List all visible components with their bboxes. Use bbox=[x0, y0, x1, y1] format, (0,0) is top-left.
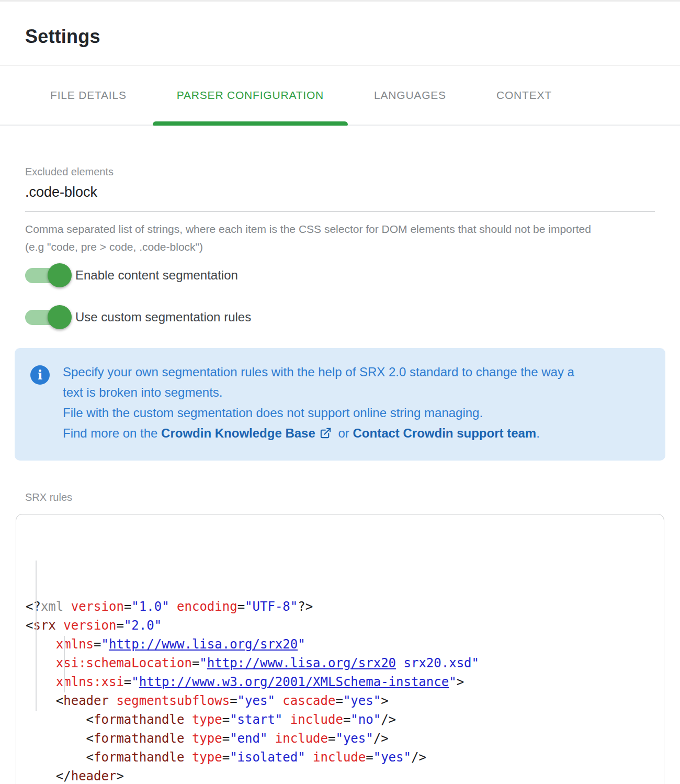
page-title: Settings bbox=[25, 26, 655, 48]
code-line: xmlns:xsi="http://www.w3.org/2001/XMLSch… bbox=[26, 673, 654, 691]
code-line: <formathandle type="isolated" include="y… bbox=[26, 748, 654, 767]
content-segmentation-label: Enable content segmentation bbox=[75, 268, 238, 283]
code-line: </header> bbox=[26, 767, 654, 784]
info-line-3: Find more on the Crowdin Knowledge Base … bbox=[63, 423, 650, 445]
custom-segmentation-toggle-row[interactable]: Use custom segmentation rules bbox=[25, 305, 655, 329]
excluded-elements-label: Excluded elements bbox=[25, 165, 655, 178]
srx-code: <?xml version="1.0" encoding="UTF-8"?><s… bbox=[26, 597, 654, 784]
toggle-knob bbox=[48, 305, 72, 329]
code-line: <header segmentsubflows="yes" cascade="y… bbox=[26, 691, 654, 710]
info-line-2: File with the custom segmentation does n… bbox=[63, 402, 650, 423]
indent-guide bbox=[64, 636, 65, 692]
custom-segmentation-label: Use custom segmentation rules bbox=[75, 310, 251, 324]
contact-support-link[interactable]: Contact Crowdin support team bbox=[353, 426, 537, 440]
excluded-elements-help: Comma separated list of strings, where e… bbox=[25, 220, 593, 256]
code-line: xmlns="http://www.lisa.org/srx20" bbox=[26, 635, 654, 654]
tab-languages[interactable]: LANGUAGES bbox=[350, 66, 470, 125]
parser-configuration-content: Excluded elements Comma separated list o… bbox=[0, 165, 680, 784]
info-icon: i bbox=[30, 365, 50, 385]
content-segmentation-toggle-row[interactable]: Enable content segmentation bbox=[25, 263, 655, 287]
tab-parser-configuration[interactable]: PARSER CONFIGURATION bbox=[153, 66, 348, 125]
custom-segmentation-toggle[interactable] bbox=[25, 310, 60, 325]
srx-rules-editor[interactable]: <?xml version="1.0" encoding="UTF-8"?><s… bbox=[16, 514, 664, 784]
code-line: <?xml version="1.0" encoding="UTF-8"?> bbox=[26, 597, 654, 616]
info-line-3-period: . bbox=[536, 426, 540, 440]
external-link-icon bbox=[320, 424, 332, 445]
info-line-3-or: or bbox=[335, 426, 353, 440]
info-line-1: Specify your own segmentation rules with… bbox=[63, 362, 583, 402]
srx-rules-label: SRX rules bbox=[25, 491, 655, 503]
knowledge-base-link[interactable]: Crowdin Knowledge Base bbox=[161, 426, 315, 440]
info-banner: i Specify your own segmentation rules wi… bbox=[15, 348, 665, 461]
content-segmentation-toggle[interactable] bbox=[25, 268, 60, 283]
tab-bar: FILE DETAILS PARSER CONFIGURATION LANGUA… bbox=[0, 66, 680, 126]
settings-panel: Settings FILE DETAILS PARSER CONFIGURATI… bbox=[0, 0, 680, 784]
toggle-knob bbox=[48, 263, 72, 287]
code-line: xsi:schemaLocation="http://www.lisa.org/… bbox=[26, 654, 654, 673]
code-line: <formathandle type="start" include="no"/… bbox=[26, 710, 654, 729]
indent-guide bbox=[36, 561, 37, 711]
excluded-elements-input[interactable] bbox=[25, 183, 655, 212]
tab-file-details[interactable]: FILE DETAILS bbox=[26, 66, 151, 125]
header: Settings bbox=[0, 2, 680, 66]
tab-context[interactable]: CONTEXT bbox=[472, 66, 576, 125]
code-line: <formathandle type="end" include="yes"/> bbox=[26, 729, 654, 748]
code-line: <srx version="2.0" bbox=[26, 616, 654, 635]
info-line-3-prefix: Find more on the bbox=[63, 426, 161, 440]
